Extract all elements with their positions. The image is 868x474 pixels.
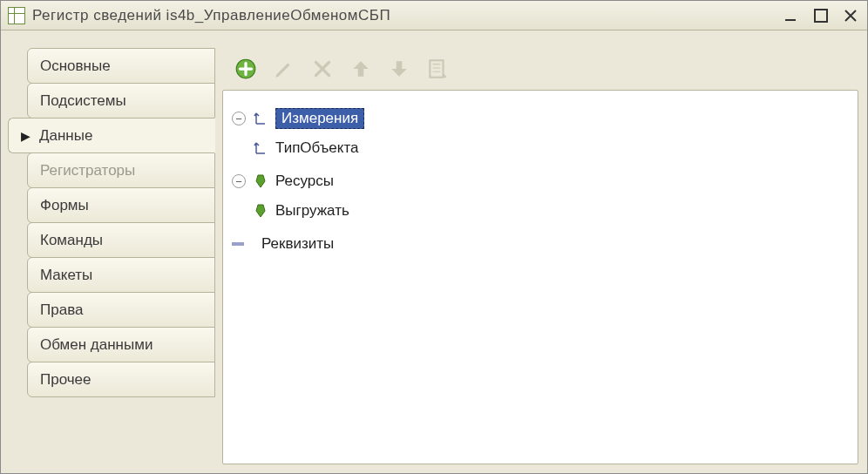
tree-node-resources[interactable]: − Ресурсы <box>232 166 849 228</box>
tab-komandy[interactable]: Команды <box>27 222 215 258</box>
tab-registratory: Регистраторы <box>27 152 215 188</box>
properties-button[interactable] <box>426 58 449 80</box>
tab-label: Права <box>40 301 83 319</box>
tab-label: Формы <box>40 197 89 214</box>
move-up-button[interactable] <box>349 58 372 80</box>
tree-node-vygruzhat[interactable]: Выгружать <box>232 195 849 227</box>
svg-rect-3 <box>430 60 443 78</box>
resource-icon <box>253 203 268 219</box>
node-label: ТипОбъекта <box>275 139 359 157</box>
collapse-icon[interactable]: − <box>232 112 246 125</box>
tab-label: Макеты <box>40 267 92 284</box>
move-down-button[interactable] <box>388 58 410 80</box>
tree-node-tipobekta[interactable]: ТипОбъекта <box>232 132 849 164</box>
titlebar: Регистр сведений is4b_УправлениеОбменомС… <box>1 1 867 30</box>
tab-obmen-dannymi[interactable]: Обмен данными <box>27 327 215 362</box>
resource-branch-icon <box>253 173 268 189</box>
tree-node-attributes[interactable]: Реквизиты <box>232 228 849 260</box>
tab-label: Регистраторы <box>40 162 135 179</box>
tab-label: Подсистемы <box>40 92 126 110</box>
window-controls <box>782 6 860 25</box>
tree-panel: − Измерения <box>222 90 858 464</box>
tab-prochee[interactable]: Прочее <box>27 362 215 397</box>
tab-osnovnye[interactable]: Основные <box>27 48 215 84</box>
sidebar: Основные Подсистемы ▶Данные Регистраторы… <box>8 48 215 464</box>
toolbar <box>222 48 858 90</box>
tab-label: Прочее <box>40 371 92 389</box>
collapse-icon[interactable]: − <box>232 174 246 188</box>
node-label: Реквизиты <box>261 235 334 253</box>
tab-formy[interactable]: Формы <box>27 187 215 223</box>
tab-label: Команды <box>40 232 103 249</box>
tab-prava[interactable]: Права <box>27 292 215 328</box>
tab-dannye[interactable]: ▶Данные <box>8 118 215 153</box>
tree: − Измерения <box>232 103 849 260</box>
register-icon <box>8 7 25 24</box>
maximize-button[interactable] <box>811 6 831 25</box>
svg-rect-0 <box>785 19 796 21</box>
node-label: Измерения <box>275 108 364 129</box>
dimension-branch-icon <box>253 111 268 126</box>
dimension-icon <box>253 140 268 156</box>
node-label: Выгружать <box>275 202 349 220</box>
content-area: − Измерения <box>222 48 858 464</box>
edit-button[interactable] <box>273 58 295 80</box>
svg-rect-1 <box>815 10 827 22</box>
minimize-button[interactable] <box>782 6 801 25</box>
attribute-branch-icon[interactable] <box>232 242 244 246</box>
tab-label: Основные <box>40 58 111 75</box>
tab-podsistemy[interactable]: Подсистемы <box>27 83 215 118</box>
tab-makety[interactable]: Макеты <box>27 257 215 293</box>
add-button[interactable] <box>234 58 257 80</box>
active-arrow-icon: ▶ <box>21 129 31 143</box>
delete-button[interactable] <box>311 58 334 80</box>
body: Основные Подсистемы ▶Данные Регистраторы… <box>1 30 867 473</box>
window: Регистр сведений is4b_УправлениеОбменомС… <box>0 0 868 474</box>
close-button[interactable] <box>841 6 860 25</box>
tree-node-dimensions[interactable]: − Измерения <box>232 103 849 166</box>
tab-label: Обмен данными <box>40 336 153 354</box>
window-title: Регистр сведений is4b_УправлениеОбменомС… <box>32 7 775 24</box>
tab-label: Данные <box>39 127 92 145</box>
node-label: Ресурсы <box>275 173 334 190</box>
